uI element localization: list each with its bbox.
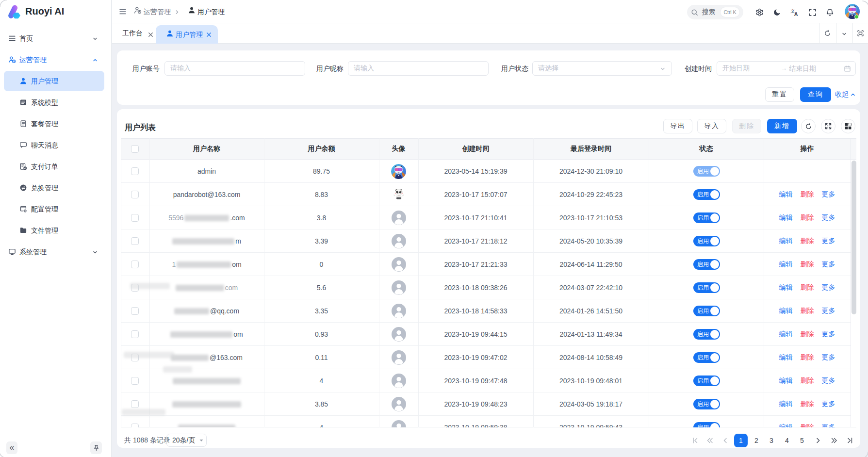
svg-text:A: A — [794, 11, 798, 16]
